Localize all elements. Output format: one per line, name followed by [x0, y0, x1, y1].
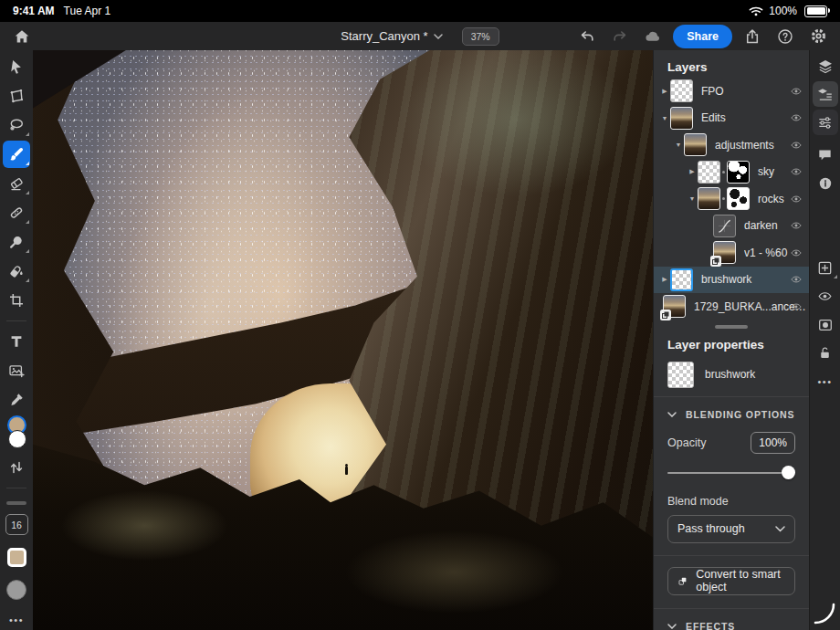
layer-thumbnail[interactable]	[670, 79, 693, 102]
layer-thumbnail[interactable]	[684, 133, 707, 156]
lock-layer-button[interactable]	[810, 339, 840, 367]
layer-thumbnail[interactable]	[670, 107, 693, 130]
adjustment-curves-thumbnail[interactable]	[713, 215, 736, 237]
settings-gear-button[interactable]	[805, 25, 831, 48]
layer-mask-thumbnail[interactable]	[727, 187, 750, 210]
healing-brush-tool[interactable]	[0, 198, 33, 227]
slider-track[interactable]	[667, 472, 795, 474]
toolbar-divider	[6, 320, 26, 321]
layer-row-fpo[interactable]: FPO	[654, 78, 809, 105]
export-icon[interactable]	[740, 25, 765, 48]
background-color-well[interactable]	[8, 430, 26, 448]
visibility-eye-icon[interactable]	[790, 300, 803, 313]
mask-link-dot	[722, 197, 725, 200]
visibility-eye-icon[interactable]	[790, 247, 803, 259]
disclosure-collapsed-icon[interactable]	[659, 276, 670, 283]
smart-object-thumbnail[interactable]	[663, 295, 686, 318]
visibility-eye-icon[interactable]	[790, 85, 803, 98]
clock-time: 9:41 AM	[13, 5, 55, 17]
visibility-eye-icon[interactable]	[790, 193, 803, 205]
help-button[interactable]	[772, 25, 798, 48]
layer-visibility-button[interactable]	[810, 282, 840, 310]
color-wells[interactable]	[0, 415, 33, 453]
panel-switcher-strip	[809, 50, 840, 630]
layer-row-sky[interactable]: sky	[654, 159, 809, 186]
chevron-down-icon	[434, 34, 443, 39]
convert-to-smart-object-button[interactable]: Convert to smart object	[667, 567, 795, 595]
place-photo-tool[interactable]	[0, 356, 33, 385]
battery-percent: 100%	[769, 5, 797, 17]
opacity-value-field[interactable]: 100%	[751, 432, 795, 454]
lasso-select-tool[interactable]	[0, 110, 33, 140]
swap-colors-button[interactable]	[0, 453, 33, 482]
toolbar-more-button[interactable]	[9, 614, 24, 625]
cloud-sync-icon[interactable]	[640, 25, 666, 48]
slider-knob[interactable]	[782, 466, 795, 479]
tool-bar: 16	[0, 50, 33, 630]
layer-more-options-button[interactable]	[810, 367, 840, 395]
visibility-eye-icon[interactable]	[790, 219, 803, 232]
add-layer-button[interactable]	[810, 254, 840, 282]
layer-row-adjustments[interactable]: adjustments	[654, 131, 809, 159]
adjustments-panel-button[interactable]	[810, 109, 840, 137]
layer-row-v1[interactable]: v1 - %60	[654, 239, 809, 267]
comments-panel-button[interactable]	[810, 141, 840, 169]
move-tool[interactable]	[0, 52, 33, 81]
zoom-level-badge[interactable]: 37%	[462, 27, 499, 46]
mask-link-dot	[722, 171, 725, 173]
toolbar-drag-handle[interactable]	[6, 501, 26, 505]
blend-mode-label: Blend mode	[654, 480, 809, 508]
crop-tool[interactable]	[0, 286, 33, 315]
document-title[interactable]: Starry_Canyon *	[341, 29, 442, 43]
smart-object-badge-icon	[660, 310, 671, 320]
layer-mask-thumbnail[interactable]	[727, 161, 750, 184]
smart-object-thumbnail[interactable]	[713, 241, 736, 264]
effects-header[interactable]: EFFECTS	[654, 609, 809, 630]
disclosure-collapsed-icon[interactable]	[687, 168, 698, 175]
layer-thumbnail[interactable]	[698, 187, 720, 210]
layers-panel-button[interactable]	[810, 52, 840, 80]
share-button[interactable]: Share	[673, 25, 732, 48]
disclosure-expanded-icon[interactable]	[687, 195, 698, 202]
home-button[interactable]	[9, 25, 35, 48]
visibility-eye-icon[interactable]	[790, 111, 803, 124]
eyedropper-tool[interactable]	[0, 385, 33, 415]
opacity-slider[interactable]	[667, 466, 795, 480]
panel-resize-handle[interactable]	[715, 325, 748, 329]
brush-preview-swatch[interactable]	[6, 580, 26, 600]
info-panel-button[interactable]	[810, 169, 840, 197]
document-canvas[interactable]	[33, 50, 653, 630]
disclosure-expanded-icon[interactable]	[673, 142, 684, 148]
blending-options-header[interactable]: BLENDING OPTIONS	[654, 397, 809, 420]
type-tool[interactable]	[0, 327, 33, 356]
add-mask-button[interactable]	[810, 310, 840, 339]
selected-layer-name: brushwork	[705, 368, 755, 381]
disclosure-expanded-icon[interactable]	[659, 115, 670, 121]
clone-stamp-tool[interactable]	[0, 227, 33, 257]
canvas-person-silhouette	[345, 467, 348, 475]
layer-row-brushwork-selected[interactable]: brushwork	[654, 267, 809, 294]
layer-row-edits[interactable]: Edits	[654, 105, 809, 132]
layer-row-darken[interactable]: darken	[654, 213, 809, 240]
visibility-eye-icon[interactable]	[790, 139, 803, 152]
visibility-eye-icon[interactable]	[790, 273, 803, 286]
layer-row-1729-burka[interactable]: 1729_BURKA...anced-NR33	[654, 293, 809, 320]
blend-mode-dropdown[interactable]: Pass through	[667, 515, 795, 543]
brush-color-swatch[interactable]	[7, 548, 26, 567]
visibility-eye-icon[interactable]	[790, 165, 803, 178]
fill-bucket-tool[interactable]	[0, 257, 33, 286]
layer-thumbnail[interactable]	[698, 161, 720, 184]
transform-tool[interactable]	[0, 81, 33, 110]
panel-divider	[654, 555, 809, 556]
brush-size-badge[interactable]: 16	[5, 514, 28, 535]
selected-layer-thumbnail[interactable]	[670, 268, 693, 291]
brush-tool[interactable]	[0, 140, 33, 169]
layer-row-rocks[interactable]: rocks	[654, 185, 809, 213]
undo-button[interactable]	[574, 25, 600, 48]
eraser-tool[interactable]	[0, 169, 33, 198]
disclosure-collapsed-icon[interactable]	[659, 88, 670, 95]
redo-button[interactable]	[607, 25, 633, 48]
smart-object-badge-icon	[710, 256, 721, 267]
layer-properties-panel-button[interactable]	[810, 80, 840, 109]
smart-object-icon	[677, 574, 688, 588]
